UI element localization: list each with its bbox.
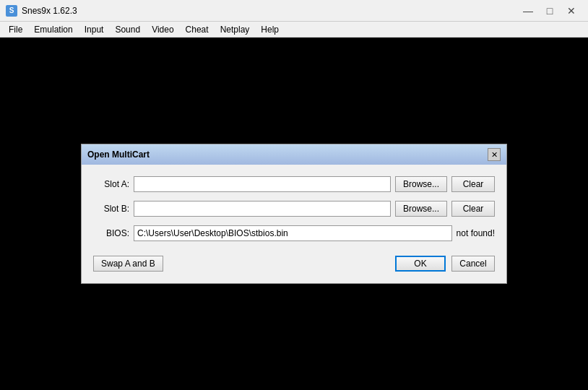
dialog-title-bar: Open MultiCart ✕ [82, 144, 506, 165]
maximize-button[interactable]: □ [539, 0, 561, 22]
browse-a-button[interactable]: Browse... [395, 176, 447, 192]
close-button[interactable]: ✕ [561, 0, 582, 22]
swap-button[interactable]: Swap A and B [93, 256, 163, 272]
dialog-footer: Swap A and B OK Cancel [93, 253, 495, 272]
bios-not-found: not found! [457, 228, 495, 238]
bios-path-input[interactable] [134, 225, 452, 241]
slot-a-row: Slot A: Browse... Clear [93, 176, 495, 192]
menu-netplay[interactable]: Netplay [215, 23, 256, 36]
bios-row: BIOS: not found! [93, 225, 495, 241]
dialog-close-button[interactable]: ✕ [488, 148, 501, 161]
menu-sound[interactable]: Sound [109, 23, 146, 36]
app-icon: S [6, 5, 17, 17]
main-area: Open MultiCart ✕ Slot A: Browse... Clear… [0, 38, 588, 390]
slot-a-input[interactable] [134, 176, 391, 192]
menu-help[interactable]: Help [255, 23, 285, 36]
browse-b-button[interactable]: Browse... [395, 201, 447, 217]
slot-b-row: Slot B: Browse... Clear [93, 201, 495, 217]
slot-b-input[interactable] [134, 201, 391, 217]
open-multicart-dialog: Open MultiCart ✕ Slot A: Browse... Clear… [81, 144, 507, 284]
clear-b-button[interactable]: Clear [451, 201, 495, 217]
window-controls: — □ ✕ [517, 0, 582, 22]
slot-b-label: Slot B: [93, 204, 129, 214]
title-bar: S Snes9x 1.62.3 — □ ✕ [0, 0, 588, 22]
dialog-overlay: Open MultiCart ✕ Slot A: Browse... Clear… [0, 38, 588, 390]
clear-a-button[interactable]: Clear [451, 176, 495, 192]
footer-right-buttons: OK Cancel [395, 256, 495, 272]
menu-emulation[interactable]: Emulation [28, 23, 78, 36]
menu-file[interactable]: File [3, 23, 28, 36]
bios-label: BIOS: [93, 228, 129, 238]
app-title: Snes9x 1.62.3 [22, 6, 517, 16]
cancel-button[interactable]: Cancel [451, 256, 495, 272]
minimize-button[interactable]: — [517, 0, 539, 22]
menu-video[interactable]: Video [146, 23, 179, 36]
dialog-body: Slot A: Browse... Clear Slot B: Browse..… [82, 165, 506, 283]
menu-cheat[interactable]: Cheat [180, 23, 215, 36]
menu-bar: File Emulation Input Sound Video Cheat N… [0, 22, 588, 38]
dialog-title: Open MultiCart [87, 150, 150, 160]
ok-button[interactable]: OK [395, 256, 446, 272]
menu-input[interactable]: Input [79, 23, 110, 36]
slot-a-label: Slot A: [93, 179, 129, 189]
